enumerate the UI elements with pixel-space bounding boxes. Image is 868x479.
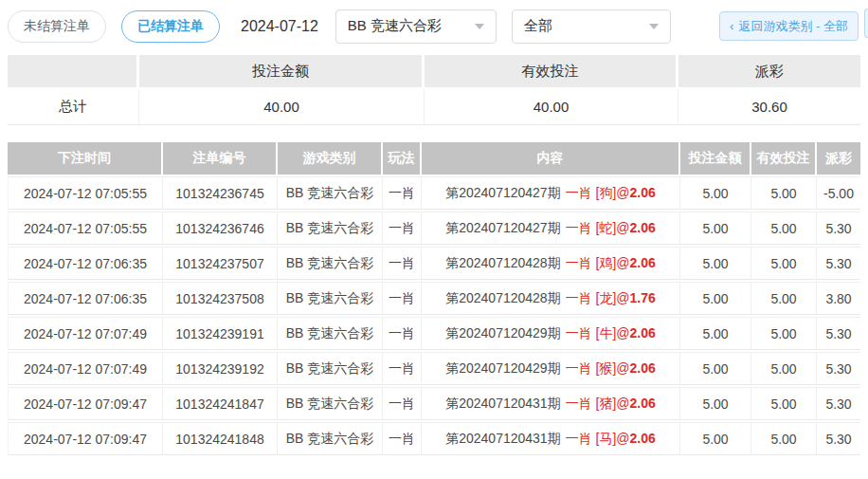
col-header-play-type: 玩法	[383, 142, 422, 175]
summary-header-bet-amount: 投注金额	[139, 55, 425, 87]
bet-selection: 一肖 [狗]@	[566, 185, 630, 200]
summary-table: 投注金额 有效投注 派彩 总计 40.00 40.00 30.60	[8, 53, 860, 127]
summary-total-label: 总计	[8, 89, 139, 125]
table-row: 2024-07-12 07:06:35 101324237508 BB 竞速六合…	[8, 282, 860, 315]
cell-play-type: 一肖	[383, 247, 422, 280]
cell-bet-amount: 5.00	[680, 282, 751, 315]
cell-game-type: BB 竞速六合彩	[278, 422, 383, 455]
summary-header-valid-bet: 有效投注	[425, 55, 678, 87]
orders-header-row: 下注时间 注单编号 游戏类别 玩法 内容 投注金额 有效投注 派彩	[8, 142, 860, 175]
cell-game-type: BB 竞速六合彩	[278, 282, 383, 315]
back-chevron-icon: ‹	[730, 19, 733, 33]
cell-content: 第202407120431期一肖 [马]@2.06	[422, 422, 680, 455]
col-header-content: 内容	[422, 142, 680, 175]
bet-odds: 2.06	[630, 431, 656, 446]
cell-valid-bet: 5.00	[751, 422, 817, 455]
filter-select-value: 全部	[524, 17, 552, 35]
cell-order-no: 101324239191	[163, 317, 278, 350]
tab-unsettled-orders[interactable]: 未结算注单	[8, 10, 106, 43]
filter-select[interactable]: 全部	[512, 9, 671, 44]
bet-selection: 一肖 [猪]@	[566, 396, 630, 411]
summary-total-row: 总计 40.00 40.00 30.60	[8, 89, 860, 125]
cell-play-type: 一肖	[383, 212, 422, 245]
cell-play-type: 一肖	[383, 422, 422, 455]
table-row: 2024-07-12 07:09:47 101324241847 BB 竞速六合…	[8, 387, 860, 420]
cell-valid-bet: 5.00	[751, 387, 817, 420]
cell-payout: 3.80	[817, 282, 860, 315]
bet-selection: 一肖 [蛇]@	[566, 220, 630, 235]
col-header-order-no: 注单编号	[163, 142, 278, 175]
cell-play-type: 一肖	[383, 387, 422, 420]
cell-content: 第202407120431期一肖 [猪]@2.06	[422, 387, 680, 420]
summary-bet-amount-value: 40.00	[139, 89, 425, 125]
cell-bet-time: 2024-07-12 07:07:49	[8, 352, 163, 385]
cell-game-type: BB 竞速六合彩	[278, 212, 383, 245]
cell-content: 第202407120427期一肖 [狗]@2.06	[422, 176, 680, 210]
cell-bet-amount: 5.00	[680, 212, 751, 245]
table-row: 2024-07-12 07:09:47 101324241848 BB 竞速六合…	[8, 422, 860, 455]
summary-header-blank	[8, 55, 139, 87]
bet-odds: 2.06	[630, 360, 656, 376]
bet-period: 第202407120429期	[445, 325, 560, 341]
col-header-game-type: 游戏类别	[278, 142, 383, 175]
orders-table-container: 下注时间 注单编号 游戏类别 玩法 内容 投注金额 有效投注 派彩 2024-0…	[8, 140, 860, 457]
chevron-down-icon	[475, 24, 484, 29]
col-header-payout: 派彩	[817, 142, 860, 175]
tab-settled-orders[interactable]: 已结算注单	[121, 10, 220, 43]
cell-bet-time: 2024-07-12 07:06:35	[8, 282, 163, 315]
summary-header-payout: 派彩	[678, 55, 860, 87]
game-type-select[interactable]: BB 竞速六合彩	[335, 9, 497, 44]
cell-content: 第202407120429期一肖 [牛]@2.06	[422, 317, 680, 350]
cell-game-type: BB 竞速六合彩	[278, 387, 383, 420]
bet-selection: 一肖 [龙]@	[566, 290, 630, 305]
cell-payout: 5.30	[817, 317, 860, 350]
cell-order-no: 101324239192	[163, 352, 278, 385]
back-to-game-category-button[interactable]: ‹返回游戏类别 - 全部	[719, 11, 859, 41]
orders-table: 下注时间 注单编号 游戏类别 玩法 内容 投注金额 有效投注 派彩 2024-0…	[8, 140, 860, 457]
cell-content: 第202407120427期一肖 [蛇]@2.06	[422, 212, 680, 245]
table-row: 2024-07-12 07:07:49 101324239192 BB 竞速六合…	[8, 352, 860, 385]
cell-payout: 5.30	[817, 422, 860, 455]
cell-payout: -5.00	[817, 176, 860, 210]
cell-bet-time: 2024-07-12 07:09:47	[8, 422, 163, 455]
bet-selection: 一肖 [马]@	[566, 431, 630, 446]
cell-play-type: 一肖	[383, 317, 422, 350]
cell-order-no: 101324241848	[163, 422, 278, 455]
bet-period: 第202407120429期	[445, 360, 560, 376]
cell-bet-time: 2024-07-12 07:07:49	[8, 317, 163, 350]
summary-table-container: 投注金额 有效投注 派彩 总计 40.00 40.00 30.60	[8, 53, 860, 127]
bet-selection: 一肖 [牛]@	[566, 325, 630, 341]
bet-odds: 2.06	[630, 255, 656, 270]
back-button-label: 返回游戏类别 - 全部	[738, 18, 848, 35]
cell-content: 第202407120428期一肖 [龙]@1.76	[422, 282, 680, 315]
cell-game-type: BB 竞速六合彩	[278, 176, 383, 210]
bet-period: 第202407120428期	[445, 255, 560, 270]
chevron-down-icon	[649, 24, 659, 29]
cell-valid-bet: 5.00	[751, 247, 817, 280]
table-row: 2024-07-12 07:07:49 101324239191 BB 竞速六合…	[8, 317, 860, 350]
bet-period: 第202407120427期	[445, 220, 560, 235]
cell-payout: 5.30	[817, 247, 860, 280]
summary-payout-value: 30.60	[678, 89, 860, 125]
cell-order-no: 101324241847	[163, 387, 278, 420]
cell-valid-bet: 5.00	[751, 282, 817, 315]
cell-bet-amount: 5.00	[680, 352, 751, 385]
bet-period: 第202407120431期	[445, 431, 560, 446]
cell-valid-bet: 5.00	[751, 176, 817, 210]
bet-selection: 一肖 [猴]@	[566, 360, 630, 376]
cell-valid-bet: 5.00	[751, 317, 817, 350]
cell-play-type: 一肖	[383, 176, 422, 210]
cell-content: 第202407120428期一肖 [鸡]@2.06	[422, 247, 680, 280]
date-label: 2024-07-12	[241, 18, 318, 35]
bet-odds: 2.06	[630, 185, 656, 200]
cell-payout: 5.30	[817, 352, 860, 385]
bet-odds: 2.06	[630, 325, 656, 341]
clipped-edge-button[interactable]	[864, 9, 868, 38]
cell-payout: 5.30	[817, 387, 860, 420]
col-header-bet-time: 下注时间	[8, 142, 163, 175]
table-row: 2024-07-12 07:05:55 101324236745 BB 竞速六合…	[8, 176, 860, 210]
cell-game-type: BB 竞速六合彩	[278, 352, 383, 385]
cell-bet-amount: 5.00	[680, 387, 751, 420]
col-header-valid-bet: 有效投注	[751, 142, 817, 175]
cell-play-type: 一肖	[383, 282, 422, 315]
